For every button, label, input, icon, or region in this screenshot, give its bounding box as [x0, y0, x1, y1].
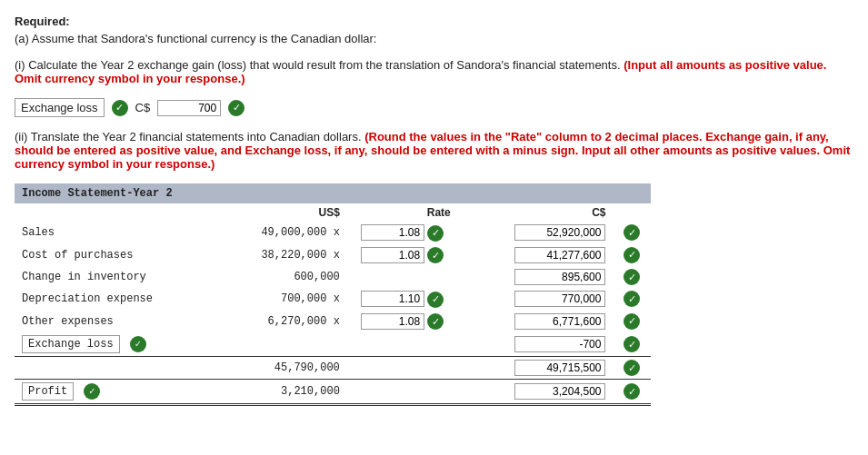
row-us-other: 6,270,000 x [192, 311, 347, 333]
exchange-loss-input[interactable] [157, 100, 221, 116]
row-cs-other[interactable] [458, 311, 614, 333]
table-row: Sales 49,000,000 x ✓ ✓ [15, 222, 651, 244]
row-us-depreciation: 700,000 x [192, 288, 347, 311]
part-i-label: (i) Calculate the Year 2 exchange gain (… [15, 58, 621, 72]
check-icon-profit: ✓ [84, 383, 100, 400]
check-inventory-cs: ✓ [613, 266, 651, 288]
profit-rate-empty [347, 380, 458, 405]
row-rate-inventory [347, 266, 458, 288]
subtotal-us: 45,790,000 [192, 357, 347, 380]
check-icon-cost-rate: ✓ [427, 247, 444, 263]
check-icon-other-rate: ✓ [427, 313, 444, 330]
subtotal-label [15, 357, 192, 380]
subtotal-row: 45,790,000 ✓ [15, 357, 651, 380]
row-rate-sales[interactable]: ✓ [347, 222, 458, 244]
table-header: Income Statement-Year 2 [15, 183, 651, 203]
row-us-sales: 49,000,000 x [192, 222, 347, 244]
required-label: Required: [15, 15, 853, 28]
table-row: Depreciation expense 700,000 x ✓ ✓ [15, 288, 651, 311]
row-rate-depreciation[interactable]: ✓ [347, 288, 458, 311]
exchange-loss-label-box: Exchange loss [22, 335, 120, 353]
profit-row: Profit ✓ 3,210,000 ✓ [15, 380, 651, 405]
check-other-cs: ✓ [613, 311, 651, 333]
check-depr-cs: ✓ [613, 288, 651, 311]
exchange-us-empty [192, 332, 347, 357]
col-label [15, 203, 192, 222]
check-profit-cs: ✓ [613, 380, 651, 405]
income-statement-table: Income Statement-Year 2 US$ Rate C$ Sale… [15, 183, 853, 406]
part-ii-label: (ii) Translate the Year 2 financial stat… [15, 130, 362, 143]
row-cs-cost[interactable] [458, 244, 614, 267]
subtotal-cs[interactable] [458, 357, 614, 380]
check-icon-depr-rate: ✓ [427, 292, 444, 308]
profit-us: 3,210,000 [192, 380, 347, 405]
row-rate-cost[interactable]: ✓ [347, 244, 458, 267]
check-cost-cs: ✓ [613, 244, 651, 267]
row-label-other: Other expenses [15, 311, 192, 333]
check-icon-1: ✓ [112, 100, 128, 116]
exchange-cs-value[interactable] [458, 332, 614, 357]
row-label-inventory: Change in inventory [15, 266, 192, 288]
exchange-rate-empty [347, 332, 458, 357]
table-row: Cost of purchases 38,220,000 x ✓ ✓ [15, 244, 651, 267]
subtotal-rate-empty [347, 357, 458, 380]
table-header-row: Income Statement-Year 2 [15, 183, 651, 203]
col-header-row: US$ Rate C$ [15, 203, 651, 222]
table-row: Other expenses 6,270,000 x ✓ ✓ [15, 311, 651, 333]
row-cs-depreciation[interactable] [458, 288, 614, 311]
check-exchange-cs: ✓ [613, 332, 651, 357]
row-cs-inventory[interactable] [458, 266, 614, 288]
check-icon-2: ✓ [228, 100, 244, 116]
col-us: US$ [192, 203, 347, 222]
profit-cs[interactable] [458, 380, 614, 405]
col-check [613, 203, 651, 222]
cs-label-1: C$ [135, 101, 151, 114]
row-label-sales: Sales [15, 222, 192, 244]
exchange-loss-row: Exchange loss ✓ ✓ [15, 332, 651, 357]
col-cs: C$ [458, 203, 614, 222]
row-label-cost: Cost of purchases [15, 244, 192, 267]
check-sales-cs: ✓ [613, 222, 651, 244]
row-us-inventory: 600,000 [192, 266, 347, 288]
part-a-label: (a) Assume that Sandora's functional cur… [15, 32, 853, 45]
profit-label-cell: Profit ✓ [15, 380, 192, 405]
col-rate: Rate [347, 203, 458, 222]
profit-label-box: Profit [22, 382, 74, 401]
check-icon-exchange: ✓ [130, 336, 146, 352]
row-rate-other[interactable]: ✓ [347, 311, 458, 333]
row-label-depreciation: Depreciation expense [15, 288, 192, 311]
exchange-loss-field-box: Exchange loss [15, 98, 105, 117]
row-cs-sales[interactable] [458, 222, 614, 244]
table-row: Change in inventory 600,000 ✓ [15, 266, 651, 288]
exchange-loss-cell: Exchange loss ✓ [15, 332, 192, 357]
check-subtotal-cs: ✓ [613, 357, 651, 380]
row-us-cost: 38,220,000 x [192, 244, 347, 267]
check-icon-sales-rate: ✓ [427, 225, 444, 242]
